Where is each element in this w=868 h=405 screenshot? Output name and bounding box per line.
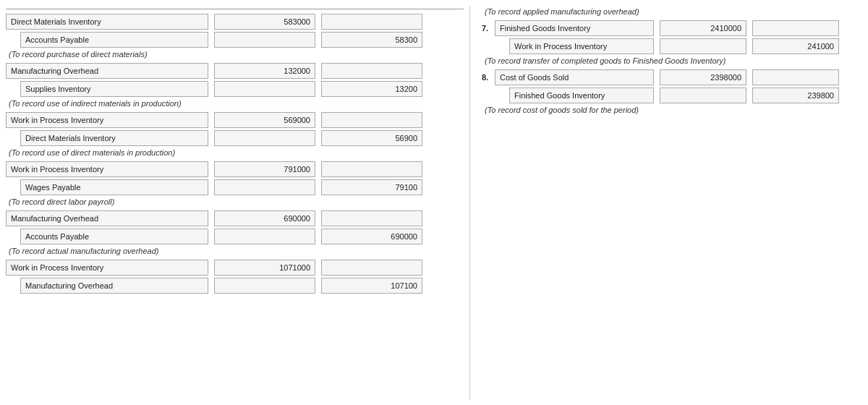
account-input[interactable] <box>6 260 208 276</box>
credit-input[interactable] <box>321 14 422 30</box>
debit-input[interactable] <box>214 260 315 276</box>
right-debit-input[interactable] <box>660 20 746 36</box>
account-input[interactable] <box>6 112 208 128</box>
entry-row <box>6 32 464 48</box>
right-sections: (To record applied manufacturing overhea… <box>482 7 862 114</box>
right-entry-note: (To record cost of goods sold for the pe… <box>485 106 862 114</box>
right-account-input[interactable] <box>495 20 654 36</box>
right-entry-row <box>482 88 862 103</box>
entry-note: (To record direct labor payroll) <box>9 197 464 206</box>
debit-input[interactable] <box>214 179 315 195</box>
debit-input[interactable] <box>214 278 315 294</box>
entry-block-4: (To record actual manufacturing overhead… <box>6 210 464 255</box>
account-input[interactable] <box>20 278 208 294</box>
right-entry-row: 7. <box>482 20 862 36</box>
section-number: 8. <box>482 73 492 82</box>
account-input[interactable] <box>6 14 208 30</box>
debit-input[interactable] <box>214 229 315 244</box>
right-entry-row <box>482 38 862 54</box>
entry-row <box>6 63 464 79</box>
right-account-input[interactable] <box>495 69 654 85</box>
credit-input[interactable] <box>321 278 422 294</box>
entry-row <box>6 179 464 195</box>
section-number: 7. <box>482 24 492 33</box>
left-sections: (To record purchase of direct materials)… <box>6 14 464 294</box>
right-credit-input[interactable] <box>752 38 839 54</box>
right-entry-row: 8. <box>482 69 862 85</box>
credit-input[interactable] <box>321 112 422 128</box>
right-debit-input[interactable] <box>660 88 746 103</box>
account-input[interactable] <box>6 210 208 226</box>
debit-input[interactable] <box>214 32 315 48</box>
account-input[interactable] <box>6 161 208 177</box>
entry-block-2: (To record use of direct materials in pr… <box>6 112 464 157</box>
entry-row <box>6 161 464 177</box>
debit-input[interactable] <box>214 210 315 226</box>
right-account-input[interactable] <box>509 88 654 103</box>
debit-input[interactable] <box>214 63 315 79</box>
account-input[interactable] <box>20 179 208 195</box>
account-input[interactable] <box>20 229 208 244</box>
right-panel: (To record applied manufacturing overhea… <box>470 6 868 399</box>
right-credit-input[interactable] <box>752 88 839 103</box>
entry-row <box>6 81 464 97</box>
right-credit-input[interactable] <box>752 69 839 85</box>
right-entry-block-1: 8.(To record cost of goods sold for the … <box>482 69 862 114</box>
entry-note: (To record use of direct materials in pr… <box>9 148 464 157</box>
entry-note: (To record use of indirect materials in … <box>9 99 464 108</box>
debit-input[interactable] <box>214 81 315 97</box>
credit-input[interactable] <box>321 260 422 276</box>
credit-input[interactable] <box>321 81 422 97</box>
debit-input[interactable] <box>214 112 315 128</box>
credit-input[interactable] <box>321 130 422 146</box>
entry-block-1: (To record use of indirect materials in … <box>6 63 464 108</box>
debit-input[interactable] <box>214 161 315 177</box>
debit-input[interactable] <box>214 14 315 30</box>
entry-note: (To record purchase of direct materials) <box>9 50 464 59</box>
right-entry-block-0: (To record applied manufacturing overhea… <box>482 7 862 65</box>
entry-row <box>6 130 464 146</box>
credit-input[interactable] <box>321 63 422 79</box>
account-input[interactable] <box>20 130 208 146</box>
account-input[interactable] <box>20 81 208 97</box>
debit-input[interactable] <box>214 130 315 146</box>
table-header <box>6 6 464 9</box>
credit-input[interactable] <box>321 210 422 226</box>
entry-block-5 <box>6 260 464 294</box>
entry-note: (To record actual manufacturing overhead… <box>9 247 464 255</box>
right-debit-input[interactable] <box>660 69 746 85</box>
credit-input[interactable] <box>321 179 422 195</box>
right-entry-note: (To record transfer of completed goods t… <box>485 56 862 65</box>
credit-input[interactable] <box>321 32 422 48</box>
entry-block-3: (To record direct labor payroll) <box>6 161 464 206</box>
entry-row <box>6 278 464 294</box>
account-input[interactable] <box>6 63 208 79</box>
right-credit-input[interactable] <box>752 20 839 36</box>
note-top: (To record applied manufacturing overhea… <box>485 7 862 16</box>
entry-row <box>6 112 464 128</box>
entry-row <box>6 229 464 244</box>
right-account-input[interactable] <box>509 38 654 54</box>
entry-block-0: (To record purchase of direct materials) <box>6 14 464 59</box>
left-panel: (To record purchase of direct materials)… <box>0 6 470 399</box>
credit-input[interactable] <box>321 161 422 177</box>
right-debit-input[interactable] <box>660 38 746 54</box>
entry-row <box>6 14 464 30</box>
entry-row <box>6 260 464 276</box>
account-input[interactable] <box>20 32 208 48</box>
entry-row <box>6 210 464 226</box>
credit-input[interactable] <box>321 229 422 244</box>
